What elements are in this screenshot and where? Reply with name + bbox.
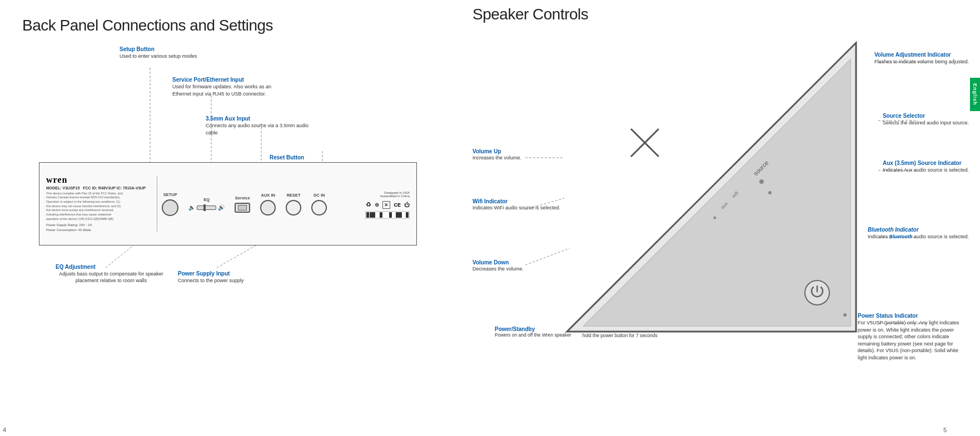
setup-knob (162, 199, 178, 216)
wifi-title: Wifi Indicator (472, 198, 560, 204)
power-supply-callout: Power Supply Input Connects to the power… (178, 270, 244, 284)
aux-indicator-desc: Indicates Aux audio source is selected. (883, 167, 969, 174)
eq-label: EQ (203, 197, 210, 202)
setup-callout: Setup Button Used to enter various setup… (120, 46, 197, 60)
power-supply-title: Power Supply Input (178, 270, 244, 277)
port-dc-in: DC IN (311, 193, 327, 216)
ports-area: SETUP EQ 🔈 🔊 Service (162, 192, 361, 216)
eq-icons: 🔈 🔊 (188, 204, 225, 211)
service-callout: Service Port/Ethernet Input Used for fir… (172, 76, 283, 97)
ce-icon: CE (394, 202, 401, 208)
designed-in-text: Designed in USA Assembled in China (380, 191, 410, 198)
bluetooth-callout: Bluetooth Indicator Indicates Bluetooth … (868, 226, 969, 240)
page-number-left: 4 (3, 427, 6, 433)
volume-adj-callout: Volume Adjustment Indicator Flashes to i… (874, 51, 969, 66)
volume-down-desc: Decreases the volume. (472, 265, 524, 273)
source-selector-title: Source Selector (883, 112, 969, 119)
power-status-title: Power Status Indicator (858, 312, 969, 319)
bluetooth-desc: Indicates Bluetooth audio source is sele… (868, 233, 969, 240)
service-callout-desc: Used for firmware updates. Also works as… (172, 83, 283, 97)
reset-callout-title: Reset Button (270, 154, 381, 161)
left-title: Back Panel Connections and Settings (22, 17, 434, 34)
port-reset: RESET (286, 193, 301, 216)
wifi-callout: Wifi Indicator Indicates WiFi audio sour… (472, 198, 560, 212)
eq-adj-desc: Adjusts bass output to compensate for sp… (56, 270, 167, 284)
port-service: Service (235, 196, 250, 213)
brand-logo-area: wren (46, 175, 67, 185)
source-selector-desc: Selects the desired audio input source. (883, 119, 969, 127)
cert-symbols: ♻ ⊕ ✕ CE ⏻ (366, 201, 410, 209)
language-tab: English (970, 78, 980, 111)
page-number-right: 5 (943, 427, 947, 433)
battery-icon: ⊕ (375, 202, 379, 208)
aux-port (260, 200, 276, 216)
model-text: MODEL: V3USP15 FCC ID: R48V3UP IC: 7910A… (46, 186, 146, 190)
divider (157, 176, 157, 232)
eq-slider-handle (203, 204, 206, 211)
power-icon: ⏻ (404, 202, 410, 208)
svg-point-18 (805, 280, 829, 305)
power-status-callout: Power Status Indicator For V5USP (portab… (858, 312, 969, 362)
volume-adj-desc: Flashes to indicate volume being adjuste… (874, 58, 969, 66)
reset-label: RESET (287, 193, 301, 198)
aux-indicator-callout: Aux (3.5mm) Source Indicator Indicates A… (883, 159, 969, 174)
rohs-icon: ✕ (382, 201, 390, 209)
svg-point-12 (759, 179, 764, 184)
setup-callout-title: Setup Button (120, 46, 197, 53)
port-eq: EQ 🔈 🔊 (188, 197, 225, 211)
device-back-panel: wren MODEL: V3USP15 FCC ID: R48V3UP IC: … (39, 162, 417, 245)
barcode-lines (366, 212, 409, 218)
compliance-text: This device complies with Part 15 of the… (46, 192, 124, 222)
ethernet-port (238, 205, 247, 211)
power-status-desc: For V5USP (portable) only: Any light ind… (858, 319, 969, 362)
speaker-diagram-svg: source wifi aux ★ (550, 26, 873, 348)
device-brand-area: wren MODEL: V3USP15 FCC ID: R48V3UP IC: … (46, 175, 146, 233)
right-title: Speaker Controls (472, 6, 974, 23)
aux-callout-title: 3.5mm Aux Input (206, 115, 317, 122)
service-callout-title: Service Port/Ethernet Input (172, 76, 283, 83)
cert-area: Designed in USA Assembled in China ♻ ⊕ ✕… (365, 189, 410, 219)
speaker-controls-area: source wifi aux ★ Volume Up Increases th… (472, 26, 974, 404)
aux-in-label: AUX IN (261, 193, 275, 198)
eq-adj-title: EQ Adjustment (56, 263, 167, 270)
volume-high-icon: 🔊 (218, 204, 225, 211)
svg-line-5 (217, 245, 256, 268)
volume-adj-title: Volume Adjustment Indicator (874, 51, 969, 58)
setup-callout-desc: Used to enter various setup modes (120, 53, 197, 60)
aux-indicator-title: Aux (3.5mm) Source Indicator (883, 159, 969, 167)
dc-port (311, 200, 327, 216)
volume-up-callout: Volume Up Increases the volume. (472, 148, 521, 162)
bluetooth-title: Bluetooth Indicator (868, 226, 969, 233)
left-callout-area: Setup Button Used to enter various setup… (22, 46, 434, 290)
source-selector-callout: Source Selector Selects the desired audi… (883, 112, 969, 127)
power-rating: Power Supply Rating: 20V : 2A Power Cons… (46, 223, 92, 233)
volume-down-title: Volume Down (472, 259, 524, 265)
volume-up-title: Volume Up (472, 148, 521, 154)
left-panel: Back Panel Connections and Settings Setu… (0, 0, 456, 436)
port-aux-in: AUX IN (260, 193, 276, 216)
aux-callout-desc: Connects any audio source via a 3.5mm au… (206, 122, 317, 136)
volume-low-icon: 🔈 (188, 204, 195, 211)
svg-point-19 (843, 313, 847, 317)
service-label: Service (235, 196, 250, 201)
power-supply-desc: Connects to the power supply (178, 277, 244, 284)
service-port-icon (235, 203, 250, 213)
barcode (365, 211, 410, 219)
wifi-desc: Indicates WiFi audio source is selected. (472, 204, 560, 212)
bluetooth-em: Bluetooth (889, 234, 912, 239)
eq-slider (197, 206, 216, 210)
volume-up-desc: Increases the volume. (472, 154, 521, 162)
right-panel: Speaker Controls source wifi aux ★ (456, 0, 980, 436)
port-setup: SETUP (162, 192, 178, 216)
aux-input-callout: 3.5mm Aux Input Connects any audio sourc… (206, 115, 317, 136)
reset-port (286, 200, 301, 216)
setup-label: SETUP (163, 192, 177, 197)
recycling-icon: ♻ (366, 201, 371, 208)
dc-in-label: DC IN (314, 193, 325, 198)
svg-point-13 (768, 191, 772, 194)
eq-adj-callout: EQ Adjustment Adjusts bass output to com… (56, 263, 167, 284)
volume-down-callout: Volume Down Decreases the volume. (472, 259, 524, 273)
brand-name: wren (46, 175, 67, 185)
